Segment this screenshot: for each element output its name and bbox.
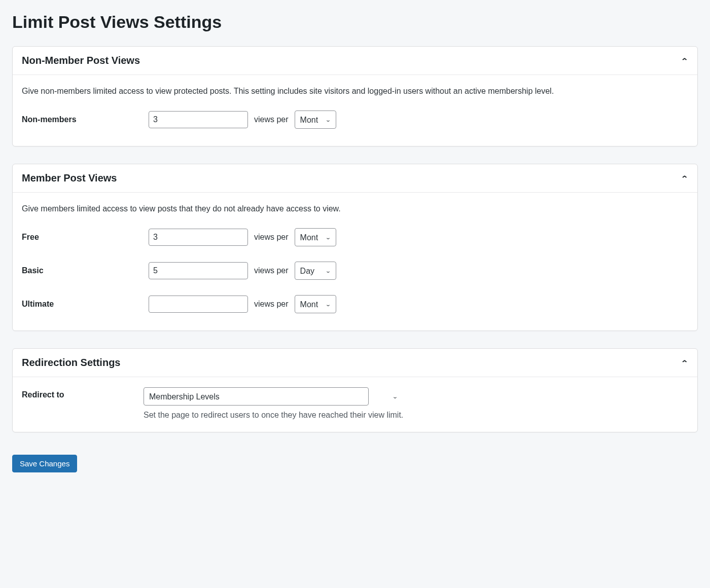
panel-body-member: Give members limited access to view post… (13, 193, 697, 330)
select-basic-period[interactable]: Day (295, 262, 336, 280)
select-wrap-free-period: Month ⌄ (295, 228, 336, 246)
select-ultimate-period[interactable]: Month (295, 295, 336, 313)
label-basic: Basic (22, 266, 144, 275)
panel-header-redirection[interactable]: Redirection Settings ⌃ (13, 349, 697, 377)
text-views-per: views per (254, 266, 289, 275)
panel-title-non-member: Non-Member Post Views (22, 55, 140, 66)
select-free-period[interactable]: Month (295, 228, 336, 246)
text-views-per: views per (254, 115, 289, 124)
label-redirect-to: Redirect to (22, 387, 144, 399)
chevron-up-icon: ⌃ (681, 358, 688, 367)
input-basic-views[interactable] (149, 262, 248, 279)
row-redirect-to: Redirect to Membership Levels ⌄ Set the … (22, 387, 688, 420)
page-title: Limit Post Views Settings (12, 12, 698, 32)
row-non-members: Non-members views per Month ⌄ (22, 111, 688, 129)
select-wrap-non-members-period: Month ⌄ (295, 111, 336, 129)
panel-redirection-settings: Redirection Settings ⌃ Redirect to Membe… (12, 348, 698, 432)
chevron-down-icon: ⌄ (392, 393, 398, 399)
panel-non-member-post-views: Non-Member Post Views ⌃ Give non-members… (12, 46, 698, 146)
panel-title-redirection: Redirection Settings (22, 357, 120, 369)
save-changes-button[interactable]: Save Changes (12, 455, 77, 472)
description-non-member: Give non-members limited access to view … (22, 85, 688, 97)
label-non-members: Non-members (22, 115, 144, 124)
select-wrap-basic-period: Day ⌄ (295, 262, 336, 280)
help-redirect-to: Set the page to redirect users to once t… (144, 411, 403, 420)
panel-body-non-member: Give non-members limited access to view … (13, 75, 697, 146)
panel-header-member[interactable]: Member Post Views ⌃ (13, 164, 697, 193)
select-wrap-redirect-to: Membership Levels ⌄ (144, 387, 403, 406)
description-member: Give members limited access to view post… (22, 203, 688, 215)
input-free-views[interactable] (149, 229, 248, 246)
select-wrap-ultimate-period: Month ⌄ (295, 295, 336, 313)
row-ultimate: Ultimate views per Month ⌄ (22, 295, 688, 313)
input-non-members-views[interactable] (149, 111, 248, 128)
chevron-up-icon: ⌃ (681, 56, 688, 65)
label-free: Free (22, 233, 144, 242)
text-views-per: views per (254, 300, 289, 309)
label-ultimate: Ultimate (22, 300, 144, 309)
row-basic: Basic views per Day ⌄ (22, 262, 688, 280)
panel-header-non-member[interactable]: Non-Member Post Views ⌃ (13, 47, 697, 75)
text-views-per: views per (254, 233, 289, 242)
panel-title-member: Member Post Views (22, 172, 117, 184)
input-ultimate-views[interactable] (149, 296, 248, 313)
row-free: Free views per Month ⌄ (22, 228, 688, 246)
select-non-members-period[interactable]: Month (295, 111, 336, 129)
select-redirect-to[interactable]: Membership Levels (144, 387, 369, 406)
chevron-up-icon: ⌃ (681, 174, 688, 182)
panel-member-post-views: Member Post Views ⌃ Give members limited… (12, 164, 698, 331)
panel-body-redirection: Redirect to Membership Levels ⌄ Set the … (13, 377, 697, 432)
